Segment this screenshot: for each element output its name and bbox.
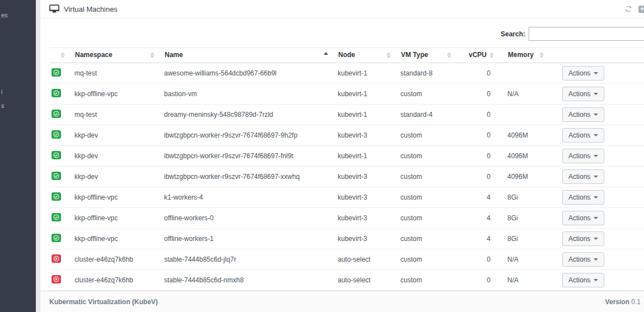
header-vcpu[interactable]: vCPU [458, 48, 497, 63]
header-status[interactable] [49, 48, 72, 63]
node-cell: auto-select [335, 249, 398, 270]
actions-button-label: Actions [568, 193, 590, 201]
memory-cell [497, 63, 550, 84]
vm-name-cell: stable-7444b85c6d-jlq7r [161, 249, 335, 270]
header-name[interactable]: Name [161, 48, 335, 63]
memory-cell [497, 105, 550, 125]
namespace-cell: mq-test [72, 105, 161, 125]
table-row: kkp-dev ibwtzgbpcn-worker-r9szvr-7674f68… [49, 125, 644, 146]
table-row: cluster-e46zq7k6hb stable-7444b85c6d-nmx… [49, 270, 644, 291]
status-running-icon [52, 68, 61, 77]
actions-button[interactable]: Actions [562, 107, 604, 122]
actions-button[interactable]: Actions [562, 128, 604, 143]
table-row: kkp-offline-vpc bastion-vm kubevirt-1 cu… [49, 84, 644, 105]
header-memory[interactable]: Memory [497, 48, 550, 63]
node-cell: auto-select [335, 270, 398, 291]
namespace-cell: kkp-offline-vpc [72, 84, 161, 105]
namespace-cell: kkp-offline-vpc [72, 187, 161, 208]
actions-button[interactable]: Actions [562, 87, 604, 101]
vm-type-cell: custom [398, 229, 458, 249]
vcpu-cell: 0 [458, 270, 497, 291]
memory-cell: 4096M [497, 125, 550, 146]
vcpu-cell: 4 [458, 208, 497, 229]
caret-down-icon [594, 217, 598, 219]
sidebar-item-fragment[interactable]: i [1, 88, 2, 95]
status-running-icon [52, 110, 61, 118]
vm-type-cell: custom [398, 84, 458, 105]
actions-button-label: Actions [568, 69, 590, 77]
actions-cell: Actions [550, 208, 644, 229]
caret-down-icon [594, 176, 598, 178]
caret-down-icon [594, 72, 598, 74]
vm-type-cell: standard-4 [398, 105, 458, 125]
version-value: 0.1 [631, 298, 641, 306]
sidebar: es i s [0, 0, 36, 312]
header-node[interactable]: Node [335, 48, 398, 63]
node-cell: kubevirt-1 [335, 63, 398, 84]
vm-name-cell: bastion-vm [161, 84, 335, 105]
status-cell [49, 105, 72, 125]
sidebar-item-fragment[interactable]: es [1, 12, 8, 18]
refresh-icon[interactable] [624, 5, 633, 13]
status-cell [49, 270, 72, 291]
header-vm-type[interactable]: VM Type [398, 48, 458, 63]
status-running-icon [52, 192, 61, 201]
table-row: mq-test dreamy-meninsky-548c98789d-7rzld… [49, 105, 644, 125]
actions-button-label: Actions [568, 173, 590, 181]
namespace-cell: cluster-e46zq7k6hb [72, 270, 161, 291]
node-cell: kubevirt-3 [335, 229, 398, 249]
caret-down-icon [594, 134, 598, 136]
vm-name-cell: ibwtzgbpcn-worker-r9szvr-7674f68697-9h2f… [161, 125, 335, 146]
status-stopped-icon [52, 254, 61, 263]
table-header: Namespace Name Node VM Type vCPU [49, 48, 644, 63]
actions-button[interactable]: Actions [562, 231, 604, 246]
vcpu-cell: 0 [458, 125, 497, 146]
status-running-icon [52, 172, 61, 180]
sort-arrows-icon [447, 52, 451, 58]
actions-button[interactable]: Actions [562, 211, 604, 225]
actions-cell: Actions [550, 146, 644, 167]
sort-asc-icon [324, 52, 328, 58]
search-input[interactable] [529, 27, 644, 41]
node-cell: kubevirt-3 [335, 208, 398, 229]
actions-button[interactable]: Actions [562, 66, 604, 81]
vcpu-cell: 0 [458, 146, 497, 167]
sort-arrows-icon [60, 52, 65, 58]
vcpu-cell: 0 [458, 167, 497, 187]
status-cell [49, 146, 72, 167]
actions-button[interactable]: Actions [562, 252, 604, 267]
table-row: mq-test awesome-williams-564dcbd967-66b9… [49, 63, 644, 84]
status-running-icon [52, 89, 61, 97]
memory-cell: 8Gi [497, 208, 550, 229]
status-running-icon [52, 151, 61, 159]
node-cell: kubevirt-1 [335, 105, 398, 125]
sidebar-item-fragment[interactable]: s [1, 102, 4, 109]
actions-button[interactable]: Actions [562, 169, 604, 184]
vm-name-cell: dreamy-meninsky-548c98789d-7rzld [161, 105, 335, 125]
namespace-cell: kkp-dev [72, 146, 161, 167]
vcpu-cell: 4 [458, 229, 497, 249]
actions-cell: Actions [550, 63, 644, 84]
footer-brand: Kubermatic Virtualization (KubeV) [49, 298, 158, 306]
vm-type-cell: custom [398, 187, 458, 208]
memory-cell: N/A [497, 84, 550, 105]
vm-name-cell: ibwtzgbpcn-worker-r9szvr-7674f68697-xxwh… [161, 167, 335, 187]
status-running-icon [52, 130, 61, 139]
node-cell: kubevirt-3 [335, 187, 398, 208]
actions-button-label: Actions [568, 235, 590, 243]
actions-button[interactable]: Actions [562, 190, 604, 205]
header-actions [550, 48, 644, 63]
add-vm-icon[interactable]: + [638, 6, 644, 13]
header-namespace[interactable]: Namespace [72, 48, 161, 63]
vm-type-cell: custom [398, 208, 458, 229]
actions-cell: Actions [550, 125, 644, 146]
actions-button[interactable]: Actions [562, 273, 604, 287]
table-row: kkp-offline-vpc offline-workers-1 kubevi… [49, 229, 644, 249]
search-label: Search: [501, 30, 525, 38]
caret-down-icon [594, 114, 598, 116]
vm-name-cell: awesome-williams-564dcbd967-66b9l [161, 63, 335, 84]
vm-type-cell: standard-8 [398, 63, 458, 84]
table-row: kkp-offline-vpc k1-workers-4 kubevirt-3 … [49, 187, 644, 208]
caret-down-icon [594, 279, 598, 281]
actions-button[interactable]: Actions [562, 149, 604, 163]
